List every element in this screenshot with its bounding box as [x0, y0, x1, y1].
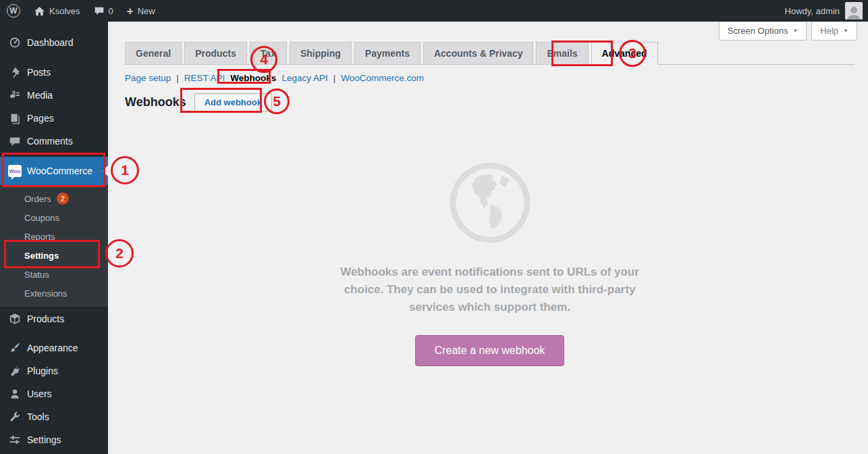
add-webhook-button[interactable]: Add webhook: [194, 93, 272, 111]
settings-tabs: GeneralProductsTaxShippingPaymentsAccoun…: [125, 42, 855, 65]
submenu-label: Settings: [24, 251, 59, 261]
home-icon: [34, 5, 45, 17]
subnav-legacy-api[interactable]: Legacy API: [281, 73, 327, 83]
orders-count-badge: 2: [57, 193, 69, 205]
sidebar-item-appearance[interactable]: Appearance: [0, 336, 108, 359]
active-menu-arrow: [97, 166, 108, 176]
sidebar-label: Plugins: [27, 365, 58, 376]
submenu-item-reports[interactable]: Reports: [0, 227, 108, 246]
user-icon: [8, 388, 22, 400]
media-icon: [8, 89, 22, 101]
settings-wrap: GeneralProductsTaxShippingPaymentsAccoun…: [125, 22, 855, 366]
sidebar-label: Products: [27, 313, 64, 324]
tab-products[interactable]: Products: [184, 42, 247, 65]
package-box-icon: [8, 313, 22, 325]
woocommerce-submenu: Orders 2 Coupons Reports Settings Status…: [0, 185, 108, 307]
sidebar-item-products[interactable]: Products: [0, 307, 108, 331]
separator: |: [176, 73, 179, 83]
plug-icon: [8, 365, 22, 377]
sidebar-label: Comments: [27, 136, 73, 147]
comment-bubble-icon: [94, 5, 105, 16]
submenu-item-settings[interactable]: Settings: [0, 246, 108, 265]
paintbrush-icon: [8, 342, 22, 354]
page-title: Webhooks: [125, 95, 186, 109]
globe-icon: [447, 160, 533, 245]
tab-advanced[interactable]: Advanced: [591, 42, 658, 65]
subnav-woocommerce-com[interactable]: WooCommerce.com: [341, 73, 424, 83]
sidebar-item-tools[interactable]: Tools: [0, 405, 108, 428]
site-name-label: Ksolves: [49, 6, 80, 16]
sidebar-item-dashboard[interactable]: Dashboard: [0, 31, 108, 54]
comments-icon: [8, 135, 22, 147]
sidebar-item-woocommerce[interactable]: Woo WooCommerce: [0, 157, 108, 185]
new-label: New: [138, 6, 155, 16]
sidebar-label: Settings: [27, 434, 61, 445]
create-webhook-button[interactable]: Create a new webhook: [415, 335, 565, 366]
submenu-item-status[interactable]: Status: [0, 265, 108, 284]
sidebar-label: Pages: [27, 113, 54, 124]
submenu-item-coupons[interactable]: Coupons: [0, 208, 108, 227]
submenu-label: Coupons: [24, 213, 59, 223]
submenu-label: Extensions: [24, 288, 67, 299]
user-avatar[interactable]: [845, 2, 863, 20]
admin-menu: Dashboard Posts Media Pages: [0, 22, 108, 451]
howdy-account-link[interactable]: Howdy, admin: [785, 6, 840, 16]
sidebar-item-posts[interactable]: Posts: [0, 61, 108, 84]
dashboard-gauge-icon: [8, 36, 22, 49]
tab-payments[interactable]: Payments: [354, 42, 421, 65]
wordpress-logo-menu[interactable]: W: [0, 0, 27, 22]
sidebar-label: Users: [27, 388, 52, 399]
sidebar-item-pages[interactable]: Pages: [0, 107, 108, 130]
sidebar-item-media[interactable]: Media: [0, 84, 108, 107]
subnav-rest-api[interactable]: REST API: [184, 73, 225, 83]
subnav-page-setup[interactable]: Page setup: [125, 73, 171, 83]
sidebar-label: Posts: [27, 67, 51, 78]
subnav-webhooks[interactable]: Webhooks: [230, 73, 276, 83]
woocommerce-logo-icon: Woo: [8, 165, 22, 177]
submenu-item-orders[interactable]: Orders 2: [0, 189, 108, 208]
plus-icon: +: [127, 5, 134, 17]
tab-general[interactable]: General: [125, 42, 182, 65]
site-name-menu[interactable]: Ksolves: [27, 0, 87, 22]
sidebar-label: WooCommerce: [27, 166, 92, 176]
pushpin-icon: [8, 66, 22, 78]
empty-state-message: Webhooks are event notifications sent to…: [327, 263, 653, 316]
admin-toolbar: W Ksolves 0 + New Howdy, admin: [0, 0, 868, 22]
sidebar-item-plugins[interactable]: Plugins: [0, 359, 108, 382]
separator: |: [333, 73, 336, 83]
new-content-menu[interactable]: + New: [120, 0, 162, 22]
tab-shipping[interactable]: Shipping: [290, 42, 352, 65]
comment-count: 0: [109, 6, 113, 16]
wrench-icon: [8, 411, 22, 423]
tab-tax[interactable]: Tax: [250, 42, 287, 65]
sidebar-item-settings[interactable]: Settings: [0, 428, 108, 451]
sidebar-label: Tools: [27, 411, 49, 422]
comments-menu[interactable]: 0: [87, 0, 120, 22]
sliders-icon: [8, 434, 22, 446]
submenu-label: Orders: [24, 194, 51, 204]
sidebar-label: Media: [27, 90, 53, 101]
sidebar-item-users[interactable]: Users: [0, 382, 108, 405]
wordpress-logo-icon: W: [7, 4, 20, 18]
sidebar-label: Appearance: [27, 343, 78, 353]
tab-emails[interactable]: Emails: [536, 42, 588, 65]
advanced-section-links: Page setup | REST API Webhooks Legacy AP…: [125, 73, 855, 83]
submenu-label: Status: [24, 270, 49, 280]
sidebar-item-comments[interactable]: Comments: [0, 130, 108, 153]
sidebar-label: Dashboard: [27, 37, 74, 48]
settings-page: Screen Options ▼ Help ▼ GeneralProductsT…: [108, 22, 868, 454]
wordpress-admin-screen: W Ksolves 0 + New Howdy, admin: [0, 0, 868, 454]
admin-sidebar: Dashboard Posts Media Pages: [0, 22, 108, 454]
tab-accounts-privacy[interactable]: Accounts & Privacy: [423, 42, 534, 65]
pages-icon: [8, 112, 22, 124]
submenu-item-extensions[interactable]: Extensions: [0, 284, 108, 303]
webhooks-empty-state: Webhooks are event notifications sent to…: [125, 160, 855, 366]
submenu-label: Reports: [24, 232, 55, 242]
